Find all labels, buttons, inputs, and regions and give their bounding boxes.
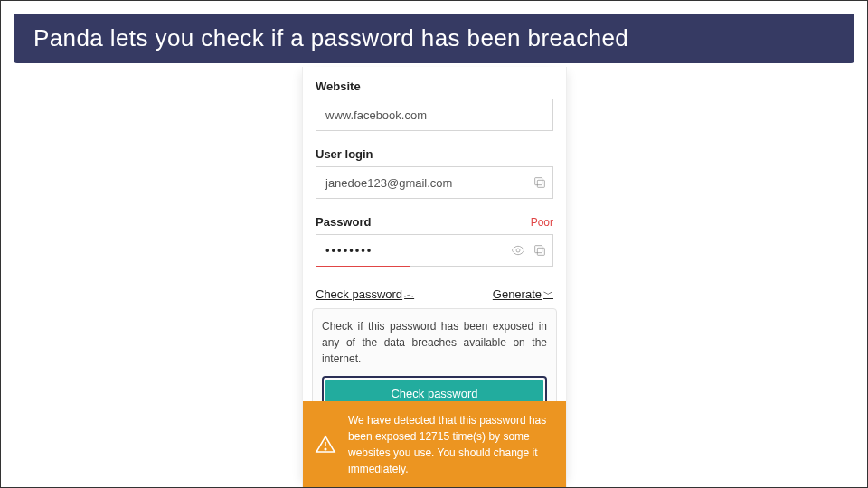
password-strength: Poor <box>531 216 553 229</box>
password-label: Password <box>316 215 371 229</box>
breach-warning-text: We have detected that this password has … <box>348 412 557 477</box>
chevron-down-icon: ﹀ <box>543 287 553 301</box>
check-password-toggle[interactable]: Check password︿ <box>316 287 414 301</box>
svg-rect-1 <box>535 178 542 185</box>
password-entry-panel: Website www.facebook.com User login jane… <box>302 67 567 488</box>
website-input[interactable]: www.facebook.com <box>316 99 553 131</box>
reveal-password-icon[interactable] <box>510 242 526 258</box>
svg-point-2 <box>516 249 520 252</box>
headline-banner: Panda lets you check if a password has b… <box>14 14 854 63</box>
check-password-description: Check if this password has been exposed … <box>322 318 547 367</box>
warning-icon <box>314 412 337 477</box>
password-strength-bar <box>316 266 410 267</box>
svg-rect-3 <box>537 248 544 255</box>
generate-toggle[interactable]: Generate﹀ <box>493 287 553 301</box>
svg-rect-4 <box>535 246 542 253</box>
chevron-up-icon: ︿ <box>404 287 414 301</box>
headline-text: Panda lets you check if a password has b… <box>33 24 628 52</box>
breach-warning-banner: We have detected that this password has … <box>303 401 566 488</box>
copy-login-icon[interactable] <box>532 174 548 191</box>
user-login-label: User login <box>316 147 553 161</box>
website-label: Website <box>316 80 553 93</box>
user-login-input[interactable]: janedoe123@gmail.com <box>316 166 553 199</box>
svg-point-6 <box>325 448 326 450</box>
copy-password-icon[interactable] <box>532 242 548 258</box>
svg-rect-0 <box>537 180 544 187</box>
